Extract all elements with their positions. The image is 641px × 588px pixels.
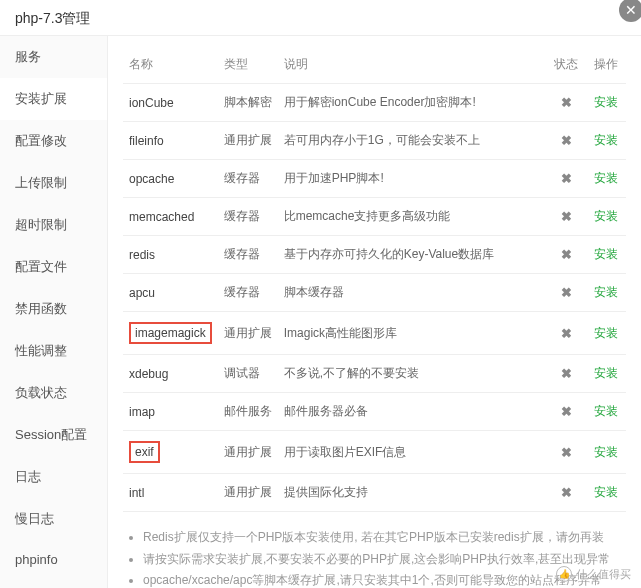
ext-desc: 比memcache支持更多高级功能: [278, 198, 546, 236]
ext-type: 通用扩展: [218, 474, 278, 512]
thumb-icon: 👍: [556, 566, 572, 582]
status-remove-icon[interactable]: ✖: [546, 393, 586, 431]
notes-list: Redis扩展仅支持一个PHP版本安装使用, 若在其它PHP版本已安装redis…: [123, 527, 626, 588]
ext-desc: 邮件服务器必备: [278, 393, 546, 431]
sidebar-item-phpinfo[interactable]: phpinfo: [0, 540, 107, 579]
install-link[interactable]: 安装: [594, 326, 618, 340]
ext-name: redis: [123, 236, 218, 274]
dialog-header: php-7.3管理 ✕: [0, 0, 641, 36]
watermark-text: 什么值得买: [576, 567, 631, 582]
table-row: exif通用扩展用于读取图片EXIF信息✖安装: [123, 431, 626, 474]
status-remove-icon[interactable]: ✖: [546, 122, 586, 160]
col-status: 状态: [546, 46, 586, 84]
install-link[interactable]: 安装: [594, 95, 618, 109]
sidebar-item-timeout[interactable]: 超时限制: [0, 204, 107, 246]
sidebar-item-install-ext[interactable]: 安装扩展: [0, 78, 107, 120]
main-layout: 服务 安装扩展 配置修改 上传限制 超时限制 配置文件 禁用函数 性能调整 负载…: [0, 36, 641, 588]
sidebar-item-log[interactable]: 日志: [0, 456, 107, 498]
ext-name: imagemagick: [123, 312, 218, 355]
table-row: xdebug调试器不多说,不了解的不要安装✖安装: [123, 355, 626, 393]
ext-desc: 用于读取图片EXIF信息: [278, 431, 546, 474]
ext-type: 脚本解密: [218, 84, 278, 122]
table-row: imap邮件服务邮件服务器必备✖安装: [123, 393, 626, 431]
status-remove-icon[interactable]: ✖: [546, 236, 586, 274]
ext-name: memcached: [123, 198, 218, 236]
table-row: redis缓存器基于内存亦可持久化的Key-Value数据库✖安装: [123, 236, 626, 274]
ext-type: 通用扩展: [218, 122, 278, 160]
ext-name: exif: [123, 431, 218, 474]
ext-type: 调试器: [218, 355, 278, 393]
ext-desc: 若可用内存小于1G，可能会安装不上: [278, 122, 546, 160]
install-link[interactable]: 安装: [594, 366, 618, 380]
sidebar-item-config-file[interactable]: 配置文件: [0, 246, 107, 288]
ext-name: intl: [123, 474, 218, 512]
col-desc: 说明: [278, 46, 546, 84]
ext-desc: 脚本缓存器: [278, 274, 546, 312]
ext-name: imap: [123, 393, 218, 431]
status-remove-icon[interactable]: ✖: [546, 312, 586, 355]
ext-desc: 提供国际化支持: [278, 474, 546, 512]
table-row: ionCube脚本解密用于解密ionCube Encoder加密脚本!✖安装: [123, 84, 626, 122]
install-link[interactable]: 安装: [594, 247, 618, 261]
status-remove-icon[interactable]: ✖: [546, 431, 586, 474]
ext-name: apcu: [123, 274, 218, 312]
close-icon[interactable]: ✕: [619, 0, 641, 22]
sidebar-item-service[interactable]: 服务: [0, 36, 107, 78]
install-link[interactable]: 安装: [594, 404, 618, 418]
ext-type: 缓存器: [218, 236, 278, 274]
status-remove-icon[interactable]: ✖: [546, 84, 586, 122]
table-row: apcu缓存器脚本缓存器✖安装: [123, 274, 626, 312]
status-remove-icon[interactable]: ✖: [546, 355, 586, 393]
note-item: opcache/xcache/apc等脚本缓存扩展,请只安装其中1个,否则可能导…: [143, 570, 626, 588]
sidebar-item-config-edit[interactable]: 配置修改: [0, 120, 107, 162]
ext-type: 缓存器: [218, 198, 278, 236]
table-row: opcache缓存器用于加速PHP脚本!✖安装: [123, 160, 626, 198]
sidebar-item-upload-limit[interactable]: 上传限制: [0, 162, 107, 204]
install-link[interactable]: 安装: [594, 285, 618, 299]
ext-desc: 用于加速PHP脚本!: [278, 160, 546, 198]
status-remove-icon[interactable]: ✖: [546, 160, 586, 198]
dialog-title: php-7.3管理: [15, 10, 90, 26]
note-item: 请按实际需求安装扩展,不要安装不必要的PHP扩展,这会影响PHP执行效率,甚至出…: [143, 549, 626, 571]
status-remove-icon[interactable]: ✖: [546, 198, 586, 236]
table-row: intl通用扩展提供国际化支持✖安装: [123, 474, 626, 512]
ext-name: ionCube: [123, 84, 218, 122]
col-type: 类型: [218, 46, 278, 84]
status-remove-icon[interactable]: ✖: [546, 474, 586, 512]
ext-type: 缓存器: [218, 160, 278, 198]
sidebar-item-load-status[interactable]: 负载状态: [0, 372, 107, 414]
ext-type: 邮件服务: [218, 393, 278, 431]
ext-desc: 用于解密ionCube Encoder加密脚本!: [278, 84, 546, 122]
table-row: imagemagick通用扩展Imagick高性能图形库✖安装: [123, 312, 626, 355]
col-name: 名称: [123, 46, 218, 84]
content-area: 名称 类型 说明 状态 操作 ionCube脚本解密用于解密ionCube En…: [108, 36, 641, 588]
status-remove-icon[interactable]: ✖: [546, 274, 586, 312]
sidebar-item-performance[interactable]: 性能调整: [0, 330, 107, 372]
install-link[interactable]: 安装: [594, 171, 618, 185]
ext-desc: 基于内存亦可持久化的Key-Value数据库: [278, 236, 546, 274]
ext-name: opcache: [123, 160, 218, 198]
ext-desc: Imagick高性能图形库: [278, 312, 546, 355]
note-item: Redis扩展仅支持一个PHP版本安装使用, 若在其它PHP版本已安装redis…: [143, 527, 626, 549]
extensions-table: 名称 类型 说明 状态 操作 ionCube脚本解密用于解密ionCube En…: [123, 46, 626, 512]
sidebar-item-disable-func[interactable]: 禁用函数: [0, 288, 107, 330]
col-action: 操作: [586, 46, 626, 84]
install-link[interactable]: 安装: [594, 133, 618, 147]
watermark: 👍 什么值得买: [556, 566, 631, 582]
ext-type: 通用扩展: [218, 431, 278, 474]
install-link[interactable]: 安装: [594, 209, 618, 223]
table-row: memcached缓存器比memcache支持更多高级功能✖安装: [123, 198, 626, 236]
sidebar-item-slow-log[interactable]: 慢日志: [0, 498, 107, 540]
table-row: fileinfo通用扩展若可用内存小于1G，可能会安装不上✖安装: [123, 122, 626, 160]
install-link[interactable]: 安装: [594, 485, 618, 499]
ext-type: 缓存器: [218, 274, 278, 312]
install-link[interactable]: 安装: [594, 445, 618, 459]
ext-desc: 不多说,不了解的不要安装: [278, 355, 546, 393]
ext-name: xdebug: [123, 355, 218, 393]
ext-name: fileinfo: [123, 122, 218, 160]
ext-type: 通用扩展: [218, 312, 278, 355]
sidebar-item-session[interactable]: Session配置: [0, 414, 107, 456]
sidebar: 服务 安装扩展 配置修改 上传限制 超时限制 配置文件 禁用函数 性能调整 负载…: [0, 36, 108, 588]
